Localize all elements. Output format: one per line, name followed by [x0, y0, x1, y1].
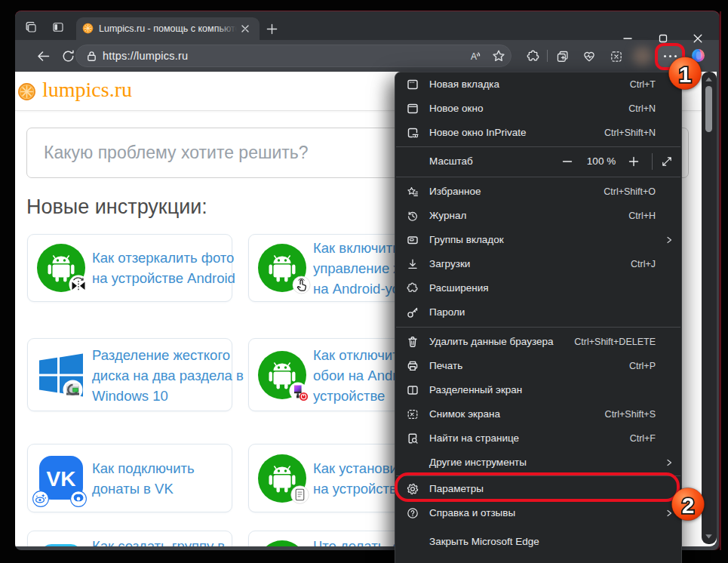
- article-link[interactable]: Разделение жесткогодиска на два раздела …: [92, 344, 244, 405]
- address-bar[interactable]: https://lumpics.ru A: [75, 45, 511, 67]
- toolbar: https://lumpics.ru A: [15, 40, 719, 72]
- menu-item[interactable]: Найти на страницеCtrl+F: [395, 426, 681, 451]
- article-card[interactable]: Разделение жесткогодиска на два раздела …: [27, 338, 232, 411]
- back-icon[interactable]: [36, 49, 51, 63]
- help-icon: [407, 507, 419, 519]
- annotation-step-1: 1: [668, 56, 702, 91]
- refresh-icon[interactable]: [61, 49, 75, 63]
- menu-separator: [396, 177, 680, 177]
- lock-icon[interactable]: [86, 51, 97, 62]
- menu-item-label: Новое окно InPrivate: [429, 121, 526, 145]
- menu-item[interactable]: Расширения: [395, 276, 681, 300]
- menu-item-shortcut: Ctrl+Shift+O: [604, 180, 656, 204]
- screenshot-icon: [407, 408, 419, 420]
- menu-item-label: Журнал: [429, 204, 466, 228]
- article-card[interactable]: Как создать группу в: [27, 531, 232, 546]
- menu-item-label: Загрузки: [429, 252, 470, 276]
- menu-item-shortcut: Ctrl+N: [628, 97, 656, 121]
- zoom-in-button[interactable]: [628, 155, 640, 168]
- titlebar: Lumpics.ru - помощь с компьюте: [15, 11, 719, 40]
- print-icon: [407, 360, 419, 372]
- menu-item[interactable]: Группы вкладок: [395, 228, 681, 252]
- page-scrollbar[interactable]: [702, 72, 717, 544]
- zoom-divider: [652, 153, 653, 170]
- zoom-out-button[interactable]: [561, 155, 573, 168]
- android-icon: [258, 351, 306, 399]
- scroll-up-icon[interactable]: [705, 76, 713, 82]
- new-tab-icon: [407, 78, 419, 91]
- tab-favicon-icon: [82, 23, 94, 34]
- tab-groups-icon: [407, 234, 419, 246]
- menu-item[interactable]: ЖурналCtrl+H: [395, 204, 681, 228]
- article-card[interactable]: VKКак подключитьдонаты в VK: [27, 444, 232, 512]
- split-screen-icon: [407, 384, 419, 396]
- downloads-icon: [407, 258, 419, 270]
- tab-actions-icon[interactable]: [25, 21, 38, 34]
- new-tab-button[interactable]: [266, 23, 278, 35]
- menu-item-label: Новое окно: [429, 97, 483, 121]
- windows-icon: [37, 351, 85, 399]
- search-placeholder: Какую проблему хотите решить?: [44, 128, 309, 177]
- desktop-background: Lumpics.ru - помощь с компьюте https://l…: [0, 0, 728, 563]
- menu-item-shortcut: Ctrl+P: [629, 354, 656, 378]
- article-link[interactable]: Как отзеркалить фотона устройстве Androi…: [92, 248, 235, 288]
- menu-item-label: Разделенный экран: [429, 378, 522, 402]
- collections-icon[interactable]: [556, 50, 570, 63]
- web-capture-icon[interactable]: [610, 50, 623, 63]
- menu-item[interactable]: Закрыть Microsoft Edge: [395, 530, 681, 554]
- scrollbar-thumb[interactable]: [705, 86, 712, 132]
- scroll-down-icon[interactable]: [705, 534, 713, 540]
- menu-item[interactable]: Новое окно InPrivateCtrl+Shift+N: [395, 121, 681, 145]
- menu-item-label: Другие инструменты: [429, 451, 527, 475]
- menu-item-label: Группы вкладок: [429, 228, 504, 252]
- menu-item[interactable]: Другие инструменты: [395, 451, 681, 475]
- article-card[interactable]: Как отзеркалить фотона устройстве Androi…: [27, 234, 232, 302]
- svg-text:1: 1: [679, 62, 692, 87]
- extensions-icon[interactable]: [527, 50, 540, 63]
- menu-item-label: Удалить данные браузера: [429, 330, 553, 354]
- tab-close-icon[interactable]: [239, 23, 251, 35]
- menu-item[interactable]: Новое окноCtrl+N: [395, 97, 681, 121]
- article-link[interactable]: Как подключитьдонаты в VK: [92, 458, 195, 499]
- favorites-icon: [407, 186, 419, 198]
- url-text: https://lumpics.ru: [103, 45, 188, 66]
- annotation-highlight-settings: [395, 472, 680, 502]
- site-logo-text[interactable]: lumpics.ru: [42, 78, 132, 102]
- menu-item-label: Новая вкладка: [429, 72, 499, 97]
- menu-item-label: Закрыть Microsoft Edge: [429, 530, 539, 554]
- menu-item-shortcut: Ctrl+F: [630, 426, 656, 451]
- menu-item[interactable]: Новая вкладкаCtrl+T: [395, 72, 681, 97]
- menu-item-label: Пароли: [429, 300, 465, 325]
- menu-item-shortcut: Ctrl+T: [630, 72, 656, 97]
- menu-item-label: Расширения: [429, 276, 489, 300]
- tab-title: Lumpics.ru - помощь с компьюте: [99, 17, 237, 40]
- menu-item-label: Найти на странице: [429, 426, 519, 451]
- profile-avatar[interactable]: [633, 47, 652, 66]
- menu-item-label: Справка и отзывы: [429, 501, 515, 525]
- menu-item-shortcut: Ctrl+H: [628, 204, 656, 228]
- menu-item-label: Печать: [429, 354, 462, 378]
- browser-essentials-icon[interactable]: [582, 50, 596, 63]
- svg-text:VK: VK: [47, 467, 76, 491]
- browser-tab[interactable]: Lumpics.ru - помощь с компьюте: [76, 17, 260, 40]
- menu-item[interactable]: Удалить данные браузераCtrl+Shift+DELETE: [395, 330, 681, 354]
- menu-item[interactable]: Справка и отзывы: [395, 501, 681, 525]
- vertical-tabs-icon[interactable]: [52, 21, 64, 33]
- svg-text:A: A: [471, 51, 477, 62]
- menu-item[interactable]: ЗагрузкиCtrl+J: [395, 252, 681, 276]
- favorite-star-icon[interactable]: [492, 49, 505, 63]
- annotation-step-2: 2: [671, 487, 705, 521]
- page-heading: Новые инструкции:: [26, 195, 207, 219]
- new-window-icon: [407, 103, 419, 115]
- lumpics-logo-icon: [17, 82, 36, 101]
- menu-item-shortcut: Ctrl+Shift+N: [604, 121, 656, 145]
- menu-item[interactable]: Разделенный экран: [395, 378, 681, 402]
- fullscreen-icon[interactable]: [661, 155, 673, 168]
- menu-item[interactable]: Снимок экранаCtrl+Shift+S: [395, 402, 681, 426]
- menu-item-shortcut: Ctrl+J: [631, 252, 656, 276]
- menu-item[interactable]: ПечатьCtrl+P: [395, 354, 681, 378]
- article-link[interactable]: Как создать группу в: [92, 536, 225, 546]
- menu-item[interactable]: ИзбранноеCtrl+Shift+O: [395, 180, 681, 204]
- menu-item[interactable]: Пароли: [395, 300, 681, 325]
- read-aloud-icon[interactable]: A: [468, 49, 482, 63]
